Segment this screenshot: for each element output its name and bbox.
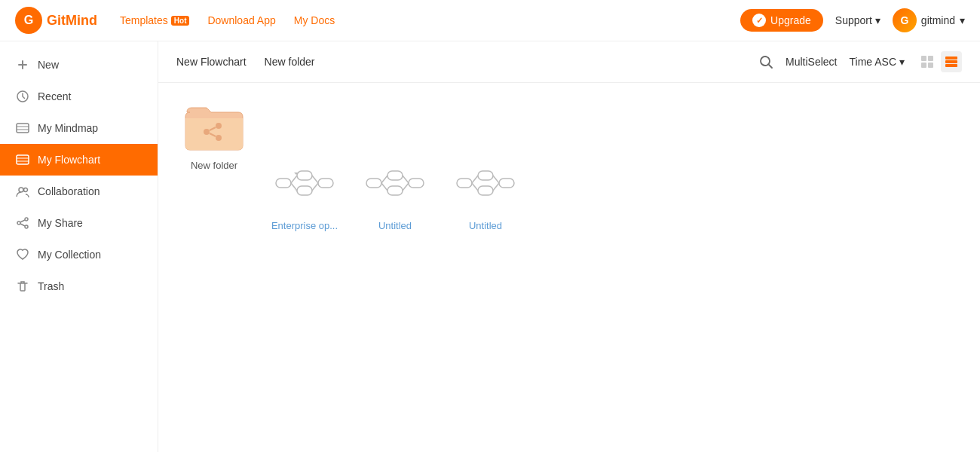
svg-rect-43 [387, 171, 403, 180]
svg-line-17 [20, 224, 25, 226]
nav-download-app[interactable]: Download App [207, 14, 275, 26]
new-folder-button[interactable]: New folder [265, 51, 315, 72]
svg-text:G: G [24, 13, 34, 26]
flowchart-file-icon [361, 161, 429, 214]
svg-rect-33 [297, 171, 312, 180]
sort-button[interactable]: Time ASC ▾ [850, 56, 905, 68]
logo[interactable]: G GitMind [15, 7, 97, 34]
svg-point-12 [24, 188, 28, 192]
svg-line-56 [493, 176, 499, 183]
support-button[interactable]: Support ▾ [835, 14, 880, 26]
svg-rect-44 [387, 186, 403, 195]
chevron-down-icon: ▾ [960, 14, 965, 26]
list-view-button[interactable] [941, 51, 962, 72]
svg-marker-40 [294, 173, 299, 175]
sidebar-item-label: Recent [38, 90, 71, 102]
toolbar: New Flowchart New folder MultiSelect Tim… [158, 41, 980, 83]
sidebar-item-my-flowchart[interactable]: My Flowchart [0, 144, 158, 176]
svg-line-54 [472, 176, 478, 183]
file-grid: New folder [158, 83, 980, 249]
folder-icon [180, 101, 248, 154]
search-icon[interactable] [758, 54, 773, 69]
svg-point-28 [216, 123, 222, 129]
svg-line-48 [403, 176, 409, 183]
svg-point-29 [216, 135, 222, 141]
file-item[interactable]: Enterprise op... [267, 161, 342, 231]
main-layout: New Recent My Mindmap My Flowchart Colla… [0, 41, 980, 452]
flowchart-icon [15, 153, 30, 166]
file-name: Untitled [378, 220, 412, 231]
file-item[interactable]: New folder [176, 101, 252, 231]
file-name: New folder [191, 160, 237, 171]
new-flowchart-button[interactable]: New Flowchart [176, 51, 247, 72]
file-item[interactable]: Untitled [357, 161, 433, 231]
people-icon [15, 185, 30, 198]
svg-line-36 [291, 176, 297, 183]
logo-icon: G [15, 7, 42, 34]
content: New Flowchart New folder MultiSelect Tim… [158, 41, 980, 452]
svg-rect-32 [276, 179, 291, 188]
nav-links: Templates Hot Download App My Docs [120, 14, 740, 26]
mindmap-icon [15, 121, 30, 135]
toolbar-right: MultiSelect Time ASC ▾ [758, 51, 962, 72]
svg-rect-8 [17, 155, 29, 164]
sidebar-item-new[interactable]: New [0, 49, 158, 81]
svg-line-38 [312, 176, 318, 183]
svg-line-37 [291, 183, 297, 191]
heart-icon [15, 248, 30, 261]
plus-icon [15, 58, 30, 72]
sidebar: New Recent My Mindmap My Flowchart Colla… [0, 41, 158, 452]
svg-rect-25 [945, 60, 957, 63]
svg-rect-45 [409, 179, 424, 188]
upgrade-button[interactable]: ✓ Upgrade [740, 9, 823, 32]
sidebar-item-my-collection[interactable]: My Collection [0, 239, 158, 270]
svg-point-13 [25, 218, 28, 221]
sidebar-item-my-share[interactable]: My Share [0, 207, 158, 239]
header: G GitMind Templates Hot Download App My … [0, 0, 980, 41]
svg-rect-3 [22, 60, 23, 69]
sidebar-item-label: Collaboration [38, 185, 100, 197]
svg-rect-26 [945, 64, 957, 67]
sidebar-item-collaboration[interactable]: Collaboration [0, 176, 158, 207]
sidebar-item-label: My Share [38, 217, 83, 229]
svg-line-16 [20, 220, 25, 222]
sidebar-item-label: Trash [38, 280, 64, 292]
svg-line-49 [403, 183, 409, 191]
sidebar-item-trash[interactable]: Trash [0, 270, 158, 302]
trash-icon [15, 279, 30, 293]
logo-text: GitMind [47, 13, 97, 29]
svg-rect-35 [318, 179, 333, 188]
svg-line-47 [381, 183, 387, 191]
svg-rect-5 [17, 124, 29, 133]
svg-rect-53 [499, 179, 514, 188]
sidebar-item-label: New [38, 59, 59, 71]
share-icon [15, 216, 30, 230]
svg-line-46 [381, 176, 387, 183]
sidebar-item-my-mindmap[interactable]: My Mindmap [0, 112, 158, 144]
chevron-down-icon: ▾ [899, 56, 905, 68]
multiselect-button[interactable]: MultiSelect [786, 56, 837, 68]
user-menu[interactable]: G gitmind ▾ [893, 8, 965, 32]
svg-point-15 [17, 221, 20, 224]
svg-rect-51 [478, 171, 493, 180]
sidebar-item-label: My Collection [38, 249, 101, 261]
svg-rect-21 [928, 56, 933, 61]
svg-rect-22 [921, 63, 926, 68]
sidebar-item-label: My Mindmap [38, 122, 98, 134]
svg-rect-50 [457, 179, 472, 188]
svg-point-11 [19, 188, 23, 192]
clock-icon [15, 90, 30, 103]
avatar: G [893, 8, 917, 32]
svg-rect-52 [478, 186, 493, 195]
flowchart-file-icon [452, 161, 519, 214]
file-item[interactable]: Untitled [448, 161, 523, 231]
nav-templates[interactable]: Templates Hot [120, 14, 189, 26]
svg-rect-20 [921, 56, 926, 61]
svg-line-39 [312, 183, 318, 191]
header-right: ✓ Upgrade Support ▾ G gitmind ▾ [740, 8, 965, 32]
nav-my-docs[interactable]: My Docs [294, 14, 335, 26]
view-toggle [917, 51, 962, 72]
grid-view-button[interactable] [917, 51, 938, 72]
svg-point-18 [761, 56, 770, 66]
sidebar-item-recent[interactable]: Recent [0, 81, 158, 112]
